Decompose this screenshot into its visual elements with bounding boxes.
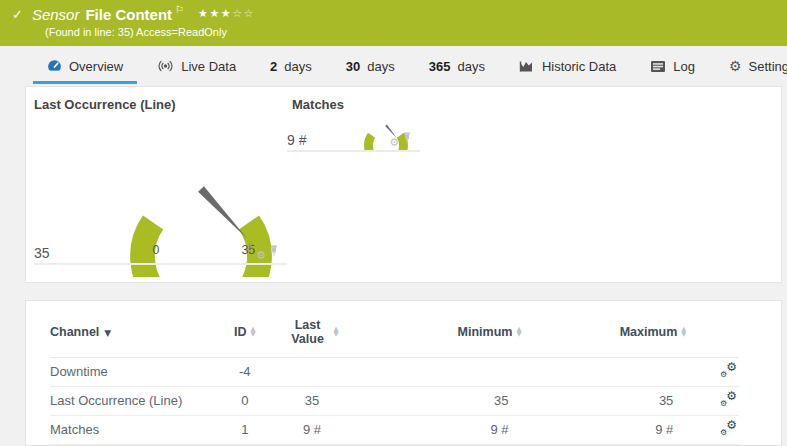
channel-maximum: 9 #	[521, 415, 686, 444]
channel-name: Matches	[50, 415, 217, 444]
sort-desc-icon: ▼	[104, 328, 111, 338]
tab-2-days[interactable]: 2 days	[253, 46, 329, 86]
priority-stars[interactable]: ★★★☆☆	[198, 7, 255, 20]
tab-365-days[interactable]: 365 days	[412, 46, 502, 86]
tab-overview[interactable]: Overview	[30, 46, 140, 86]
sort-icon: ▲▼	[251, 327, 256, 337]
edit-channel-icon[interactable]: ⚙⚙	[720, 391, 737, 407]
sensor-title-row: ✓ Sensor File Content ⚐ ★★★☆☆	[12, 6, 787, 23]
overview-gauges-card: Last Occurrence (Line) 0 35 x̄ 35 ⚙ Matc…	[25, 86, 782, 283]
tab-label: Log	[673, 59, 695, 74]
table-row: Downtime -4 ⚙⚙	[50, 357, 739, 386]
sort-icon: ▲▼	[334, 327, 339, 337]
channel-maximum: 35	[521, 386, 686, 415]
tab-live-data[interactable]: Live Data	[140, 46, 253, 86]
column-header-id[interactable]: ID▲▼	[217, 307, 273, 357]
channel-table: Channel▼ ID▲▼ Last Value▲▼ Minimum▲▼ Max…	[50, 307, 739, 445]
pin-icon[interactable]	[269, 243, 279, 261]
tab-label: Settings	[749, 59, 787, 74]
table-row: Matches 1 9 # 9 # 9 # ⚙⚙	[50, 415, 739, 444]
tab-number: 2	[270, 59, 277, 74]
column-header-last-value[interactable]: Last Value▲▼	[273, 307, 352, 357]
table-row: Last Occurrence (Line) 0 35 35 35 ⚙⚙	[50, 386, 739, 415]
stars-empty: ☆☆	[232, 7, 255, 20]
channel-last-value: 9 #	[273, 415, 352, 444]
edit-channel-icon[interactable]: ⚙⚙	[720, 420, 737, 436]
tab-label: Live Data	[181, 59, 236, 74]
tab-label: Overview	[69, 59, 123, 74]
tab-30-days[interactable]: 30 days	[329, 46, 412, 86]
tab-label: Historic Data	[542, 59, 616, 74]
table-header-row: Channel▼ ID▲▼ Last Value▲▼ Minimum▲▼ Max…	[50, 307, 739, 357]
column-header-maximum[interactable]: Maximum▲▼	[521, 307, 686, 357]
gauge-settings-icon[interactable]: ⚙	[256, 250, 266, 261]
channel-last-value: 35	[273, 386, 352, 415]
sensor-name: File Content	[85, 6, 172, 23]
flag-icon: ⚐	[175, 4, 184, 15]
channel-name: Downtime	[50, 357, 217, 386]
sensor-header: ✓ Sensor File Content ⚐ ★★★☆☆ (Found in …	[0, 0, 787, 46]
gauge-icon	[47, 59, 62, 74]
tab-historic-data[interactable]: Historic Data	[502, 46, 633, 86]
gauge-main-value-row: 35 ⚙	[34, 243, 287, 265]
stars-filled: ★★★	[198, 7, 232, 20]
channel-id: -4	[217, 357, 273, 386]
tab-label: days	[457, 59, 484, 74]
tab-label: days	[284, 59, 311, 74]
channel-minimum	[351, 357, 521, 386]
channel-id: 0	[217, 386, 273, 415]
tab-bar: Overview Live Data 2 days 30 days 365 da…	[0, 46, 787, 86]
pin-icon[interactable]	[402, 130, 412, 148]
sort-icon: ▲▼	[681, 327, 686, 337]
gauge-needle	[198, 186, 247, 238]
channel-minimum: 9 #	[351, 415, 521, 444]
channel-minimum: 35	[351, 386, 521, 415]
gauge-mini-value: 9 #	[287, 132, 306, 148]
column-header-actions	[686, 307, 739, 357]
tab-log[interactable]: Log	[633, 46, 712, 86]
log-icon	[650, 60, 666, 73]
tab-number: 365	[429, 59, 451, 74]
channel-id: 1	[217, 415, 273, 444]
channel-name: Last Occurrence (Line)	[50, 386, 217, 415]
status-ok-icon: ✓	[12, 7, 23, 22]
tab-settings[interactable]: ⚙ Settings	[712, 46, 787, 86]
sort-icon: ▲▼	[516, 327, 521, 337]
gauge-settings-icon[interactable]: ⚙	[389, 137, 399, 148]
gauge-mini-title: Matches	[292, 97, 344, 112]
channel-maximum	[521, 357, 686, 386]
column-header-channel[interactable]: Channel▼	[50, 307, 217, 357]
gauge-main-value: 35	[34, 245, 50, 261]
gear-icon: ⚙	[729, 59, 742, 73]
column-header-minimum[interactable]: Minimum▲▼	[351, 307, 521, 357]
tab-number: 30	[346, 59, 360, 74]
sensor-status-message: (Found in line: 35) Access=ReadOnly	[45, 26, 787, 38]
gauge-mini-value-row: 9 # ⚙	[287, 130, 420, 152]
edit-channel-icon[interactable]: ⚙⚙	[720, 362, 737, 378]
tab-label: days	[367, 59, 394, 74]
channel-table-card: Channel▼ ID▲▼ Last Value▲▼ Minimum▲▼ Max…	[25, 300, 782, 446]
live-data-icon	[157, 59, 174, 73]
channel-last-value	[273, 357, 352, 386]
sensor-kind-label: Sensor	[32, 6, 80, 23]
chart-icon	[519, 59, 535, 73]
